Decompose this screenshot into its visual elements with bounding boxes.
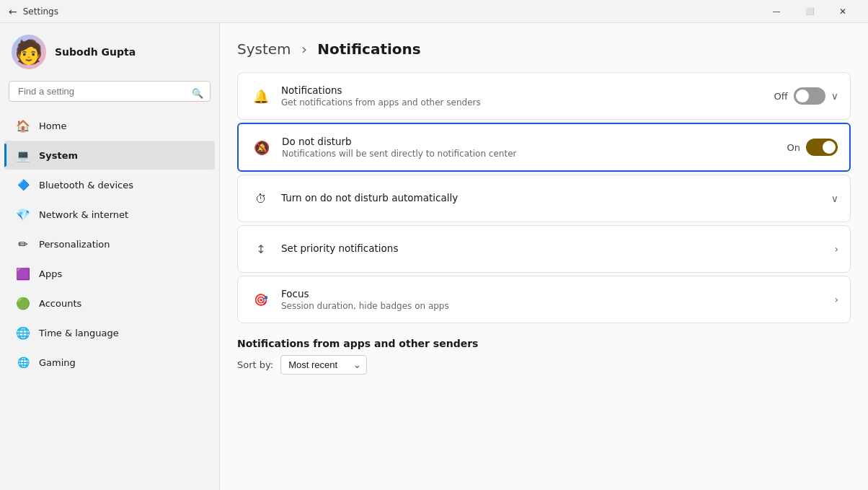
bell-icon: 🔔 bbox=[249, 84, 273, 108]
dnd-desc: Notifications will be sent directly to n… bbox=[282, 149, 787, 159]
dnd-control: On bbox=[787, 139, 838, 156]
sidebar-item-apps[interactable]: 🟪 Apps bbox=[4, 259, 215, 288]
breadcrumb-prefix: System bbox=[237, 40, 291, 58]
user-name: Subodh Gupta bbox=[55, 46, 136, 58]
search-container: 🔍 bbox=[0, 78, 219, 108]
notifications-desc: Get notifications from apps and other se… bbox=[281, 97, 774, 108]
priority-control: › bbox=[834, 243, 838, 255]
sidebar: 🧑 Subodh Gupta 🔍 🏠 Home 💻 System 🔷 Bluet… bbox=[0, 23, 220, 490]
app-container: 🧑 Subodh Gupta 🔍 🏠 Home 💻 System 🔷 Bluet… bbox=[0, 23, 868, 490]
toggle-thumb bbox=[823, 141, 836, 154]
focus-row[interactable]: 🎯 Focus Session duration, hide badges on… bbox=[238, 276, 850, 323]
apps-icon: 🟪 bbox=[16, 266, 30, 281]
avatar-emoji: 🧑 bbox=[14, 40, 43, 64]
sidebar-item-label: Gaming bbox=[39, 357, 76, 368]
priority-name: Set priority notifications bbox=[281, 242, 834, 254]
sidebar-item-time[interactable]: 🌐 Time & language bbox=[4, 318, 215, 347]
titlebar: ← Settings — ⬜ ✕ bbox=[0, 0, 868, 23]
sort-select[interactable]: Most recent Name App bbox=[280, 355, 367, 375]
notifications-card: 🔔 Notifications Get notifications from a… bbox=[237, 72, 851, 120]
user-profile[interactable]: 🧑 Subodh Gupta bbox=[0, 23, 219, 78]
toggle-track bbox=[806, 139, 838, 156]
personalization-icon: ✏️ bbox=[16, 237, 30, 251]
auto-dnd-icon: ⏱ bbox=[249, 187, 273, 210]
search-input[interactable] bbox=[9, 81, 211, 102]
focus-icon: 🎯 bbox=[249, 288, 273, 311]
accounts-icon: 🟢 bbox=[16, 296, 30, 310]
toggle-track bbox=[794, 87, 825, 105]
network-icon: 💎 bbox=[16, 207, 30, 222]
gaming-icon: 🌐 bbox=[16, 355, 30, 369]
sidebar-item-home[interactable]: 🏠 Home bbox=[4, 111, 215, 140]
auto-dnd-control: ∨ bbox=[831, 193, 838, 204]
priority-arrow-icon[interactable]: › bbox=[834, 243, 838, 255]
auto-dnd-row[interactable]: ⏱ Turn on do not disturb automatically ∨ bbox=[238, 175, 850, 222]
sidebar-item-network[interactable]: 💎 Network & internet bbox=[4, 200, 215, 229]
auto-dnd-expand-icon[interactable]: ∨ bbox=[831, 193, 838, 204]
focus-desc: Session duration, hide badges on apps bbox=[281, 301, 834, 311]
dnd-toggle-label: On bbox=[787, 142, 800, 153]
dnd-row[interactable]: 🔕 Do not disturb Notifications will be s… bbox=[239, 124, 849, 170]
sort-row: Sort by: Most recent Name App bbox=[237, 355, 851, 375]
sidebar-item-label: Accounts bbox=[39, 298, 81, 309]
sidebar-item-personalization[interactable]: ✏️ Personalization bbox=[4, 229, 215, 258]
auto-dnd-name: Turn on do not disturb automatically bbox=[281, 192, 831, 204]
sidebar-item-label: Personalization bbox=[39, 239, 110, 250]
sidebar-item-label: Bluetooth & devices bbox=[39, 180, 133, 191]
auto-dnd-card: ⏱ Turn on do not disturb automatically ∨ bbox=[237, 175, 851, 222]
avatar: 🧑 bbox=[12, 35, 46, 69]
apps-section-header: Notifications from apps and other sender… bbox=[237, 338, 851, 349]
sidebar-item-label: System bbox=[39, 150, 78, 161]
maximize-button[interactable]: ⬜ bbox=[793, 0, 826, 23]
priority-info: Set priority notifications bbox=[281, 242, 834, 255]
notifications-name: Notifications bbox=[281, 84, 774, 96]
sidebar-item-bluetooth[interactable]: 🔷 Bluetooth & devices bbox=[4, 170, 215, 199]
page-header: System › Notifications bbox=[237, 40, 851, 58]
auto-dnd-info: Turn on do not disturb automatically bbox=[281, 192, 831, 205]
system-icon: 💻 bbox=[16, 148, 30, 162]
sidebar-item-label: Time & language bbox=[39, 328, 119, 338]
sidebar-item-label: Home bbox=[39, 121, 66, 131]
main-content: System › Notifications 🔔 Notifications G… bbox=[220, 23, 868, 490]
page-title: Notifications bbox=[317, 40, 420, 58]
nav-items: 🏠 Home 💻 System 🔷 Bluetooth & devices 💎 … bbox=[0, 108, 219, 490]
minimize-button[interactable]: — bbox=[760, 0, 793, 23]
focus-name: Focus bbox=[281, 288, 834, 299]
time-icon: 🌐 bbox=[16, 325, 30, 340]
focus-control: › bbox=[834, 294, 838, 305]
titlebar-title: Settings bbox=[23, 6, 58, 17]
dnd-name: Do not disturb bbox=[282, 136, 787, 147]
focus-card: 🎯 Focus Session duration, hide badges on… bbox=[237, 276, 851, 323]
sidebar-item-label: Apps bbox=[39, 268, 62, 279]
breadcrumb: System › Notifications bbox=[237, 40, 421, 58]
notifications-toggle[interactable] bbox=[794, 87, 825, 105]
bluetooth-icon: 🔷 bbox=[16, 178, 30, 192]
priority-card: ↕ Set priority notifications › bbox=[237, 225, 851, 273]
notifications-expand-icon[interactable]: ∨ bbox=[831, 90, 838, 102]
notifications-info: Notifications Get notifications from app… bbox=[281, 84, 774, 108]
notifications-toggle-label: Off bbox=[774, 91, 788, 102]
titlebar-controls: — ⬜ ✕ bbox=[760, 0, 859, 23]
sidebar-item-gaming[interactable]: 🌐 Gaming bbox=[4, 348, 215, 377]
sidebar-item-system[interactable]: 💻 System bbox=[4, 141, 215, 170]
breadcrumb-separator: › bbox=[301, 40, 311, 58]
back-button[interactable]: ← bbox=[9, 6, 17, 17]
dnd-info: Do not disturb Notifications will be sen… bbox=[282, 136, 787, 159]
sidebar-item-accounts[interactable]: 🟢 Accounts bbox=[4, 289, 215, 318]
sort-label: Sort by: bbox=[237, 359, 273, 370]
home-icon: 🏠 bbox=[16, 118, 30, 133]
close-button[interactable]: ✕ bbox=[826, 0, 859, 23]
dnd-icon: 🔕 bbox=[250, 136, 273, 159]
dnd-toggle[interactable] bbox=[806, 139, 838, 156]
priority-row[interactable]: ↕ Set priority notifications › bbox=[238, 226, 850, 272]
focus-info: Focus Session duration, hide badges on a… bbox=[281, 288, 834, 311]
focus-arrow-icon[interactable]: › bbox=[834, 294, 838, 305]
sidebar-item-label: Network & internet bbox=[39, 209, 128, 220]
sort-select-wrapper: Most recent Name App bbox=[280, 355, 367, 375]
priority-icon: ↕ bbox=[249, 237, 273, 261]
dnd-card: 🔕 Do not disturb Notifications will be s… bbox=[237, 123, 851, 172]
notifications-row[interactable]: 🔔 Notifications Get notifications from a… bbox=[238, 73, 850, 119]
toggle-thumb bbox=[796, 89, 809, 102]
notifications-control: Off ∨ bbox=[774, 87, 838, 105]
